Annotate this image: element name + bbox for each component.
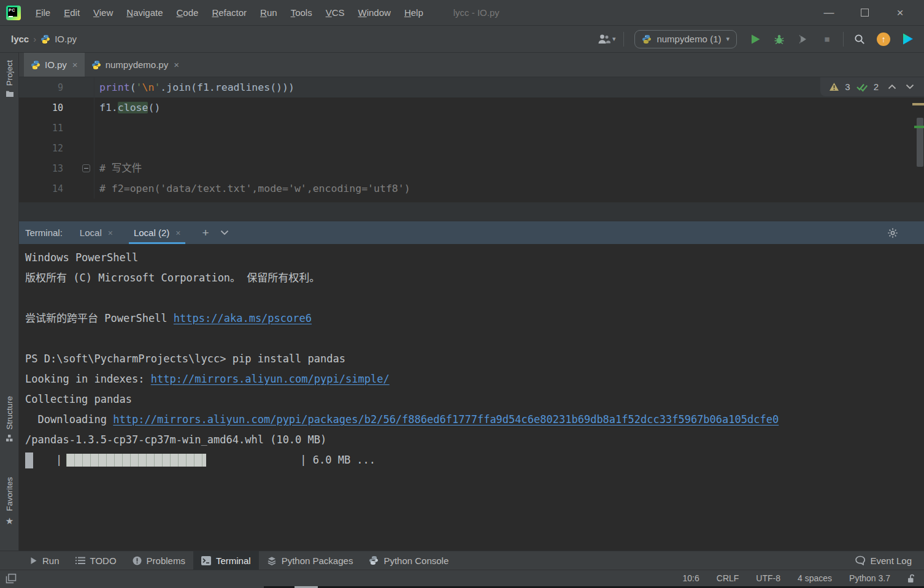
terminal-prompt-line: PS D:\soft\PycharmProjects\lycc> pip ins… bbox=[25, 349, 924, 369]
readonly-toggle[interactable] bbox=[907, 574, 915, 583]
python-interpreter[interactable]: Python 3.7 bbox=[849, 573, 890, 583]
python-file-icon bbox=[91, 60, 101, 70]
line-number[interactable]: 11 bbox=[19, 123, 94, 134]
button-label: Run bbox=[42, 556, 60, 566]
terminal-tab-local-2[interactable]: Local (2) × bbox=[129, 221, 186, 244]
package-download-link[interactable]: http://mirrors.aliyun.com/pypi/packages/… bbox=[113, 413, 779, 426]
indent-style[interactable]: 4 spaces bbox=[798, 573, 832, 583]
breadcrumb-project[interactable]: lycc bbox=[11, 34, 29, 44]
terminal-header: Terminal: Local × Local (2) × + bbox=[19, 221, 924, 244]
minimize-button[interactable]: — bbox=[811, 1, 847, 25]
new-terminal-session-button[interactable]: + bbox=[196, 221, 214, 244]
identifier-highlight: close bbox=[118, 102, 148, 113]
line-number[interactable]: 14 bbox=[19, 183, 94, 194]
editor-scrollbar-thumb[interactable] bbox=[917, 118, 923, 167]
caret-position[interactable]: 10:6 bbox=[683, 573, 699, 583]
run-configuration-label: numpydemo (1) bbox=[656, 34, 721, 44]
line-ending[interactable]: CRLF bbox=[717, 573, 739, 583]
previous-problem-button[interactable] bbox=[888, 84, 896, 90]
code-line-13: 13 # 写文件 bbox=[19, 158, 924, 178]
terminal-settings-button[interactable] bbox=[887, 227, 898, 239]
pypi-index-link[interactable]: http://mirrors.aliyun.com/pypi/simple/ bbox=[151, 373, 390, 385]
tool-window-button-event-log[interactable]: Event Log bbox=[842, 551, 924, 570]
stop-button: ■ bbox=[819, 31, 835, 47]
unlock-icon bbox=[907, 574, 915, 583]
progress-bar-open: | bbox=[56, 450, 62, 470]
editor-tab-numpydemo-py[interactable]: numpydemo.py × bbox=[85, 53, 186, 77]
menu-file[interactable]: File bbox=[29, 4, 57, 21]
tool-window-button-structure[interactable]: Structure bbox=[0, 396, 19, 442]
pycharm-logo-icon: PC bbox=[6, 6, 21, 20]
terminal-dropdown-button[interactable] bbox=[215, 221, 234, 244]
menu-window[interactable]: Window bbox=[352, 4, 398, 21]
scrollbar-warning-mark[interactable] bbox=[912, 103, 924, 105]
editor-tab-io-py[interactable]: IO.py × bbox=[24, 53, 85, 77]
tool-window-button-python-console[interactable]: Python Console bbox=[361, 551, 456, 570]
close-icon[interactable]: × bbox=[174, 59, 179, 70]
problems-icon bbox=[133, 556, 142, 565]
update-notification-button[interactable]: ↑ bbox=[876, 31, 891, 47]
close-icon[interactable]: × bbox=[108, 228, 113, 238]
menu-view[interactable]: View bbox=[87, 4, 120, 21]
terminal-tab-local[interactable]: Local × bbox=[75, 221, 118, 244]
line-number[interactable]: 10 bbox=[19, 102, 94, 113]
menu-run[interactable]: Run bbox=[253, 4, 284, 21]
run-button[interactable] bbox=[747, 31, 763, 47]
tool-window-button-project[interactable]: Project bbox=[0, 60, 19, 97]
search-icon bbox=[853, 33, 866, 45]
debug-button[interactable] bbox=[771, 31, 787, 47]
close-icon[interactable]: × bbox=[175, 228, 180, 238]
menu-refactor[interactable]: Refactor bbox=[205, 4, 253, 21]
line-number[interactable]: 9 bbox=[19, 82, 94, 93]
line-number[interactable]: 12 bbox=[19, 143, 94, 154]
ide-features-button[interactable] bbox=[899, 31, 915, 47]
terminal-cursor-block bbox=[25, 452, 33, 468]
pip-progress-size: | 6.0 MB ... bbox=[300, 450, 375, 470]
editor-tab-bar: IO.py × numpydemo.py × bbox=[19, 53, 924, 77]
inspections-widget[interactable]: 3 2 bbox=[820, 77, 924, 96]
terminal-output[interactable]: Windows PowerShell 版权所有 (C) Microsoft Co… bbox=[19, 244, 924, 551]
editor-scroll-track bbox=[19, 202, 924, 221]
menu-code[interactable]: Code bbox=[170, 4, 206, 21]
terminal-line: Collecting pandas bbox=[25, 389, 924, 410]
terminal-blank-line bbox=[25, 288, 924, 308]
tool-window-button-favorites[interactable]: Favorites ★ bbox=[0, 477, 19, 527]
warning-count: 3 bbox=[845, 82, 850, 92]
next-problem-button[interactable] bbox=[906, 84, 914, 90]
code-editor[interactable]: 9 print('\n'.join(f1.readlines())) 10 f1… bbox=[19, 77, 924, 221]
event-log-icon bbox=[855, 556, 865, 565]
warning-icon bbox=[829, 82, 839, 91]
user-account-button[interactable]: ▾ bbox=[597, 33, 616, 45]
tool-window-button-problems[interactable]: Problems bbox=[125, 551, 193, 570]
menu-navigate[interactable]: Navigate bbox=[120, 4, 169, 21]
navigation-bar: lycc › IO.py ▾ numpydemo (1) ▾ ■ ↑ bbox=[0, 26, 924, 53]
run-configuration-select[interactable]: numpydemo (1) ▾ bbox=[634, 30, 737, 48]
search-everywhere-button[interactable] bbox=[852, 31, 868, 47]
window-title: lycc - IO.py bbox=[453, 7, 499, 18]
run-with-coverage-button[interactable] bbox=[795, 31, 811, 47]
menu-edit[interactable]: Edit bbox=[57, 4, 87, 21]
tool-window-button-run[interactable]: Run bbox=[22, 551, 67, 570]
code-line-9: 9 print('\n'.join(f1.readlines())) bbox=[19, 77, 924, 97]
close-icon[interactable]: × bbox=[72, 59, 78, 70]
tool-window-button-todo[interactable]: TODO bbox=[67, 551, 125, 570]
menu-help[interactable]: Help bbox=[398, 4, 430, 21]
scrollbar-ok-mark[interactable] bbox=[914, 126, 924, 128]
code-text: print('\n'.join(f1.readlines())) bbox=[94, 77, 924, 97]
menu-tools[interactable]: Tools bbox=[284, 4, 319, 21]
file-encoding[interactable]: UTF-8 bbox=[756, 573, 780, 583]
breadcrumb-separator-icon: › bbox=[33, 34, 36, 44]
python-file-icon bbox=[40, 34, 50, 44]
tool-window-button-terminal[interactable]: Terminal bbox=[193, 551, 259, 570]
tool-window-button-python-packages[interactable]: Python Packages bbox=[259, 551, 361, 570]
terminal-line: Looking in indexes: http://mirrors.aliyu… bbox=[25, 369, 924, 389]
fold-region-icon[interactable] bbox=[82, 164, 90, 172]
button-label: Python Console bbox=[383, 556, 449, 566]
menu-vcs[interactable]: VCS bbox=[319, 4, 352, 21]
close-button[interactable]: × bbox=[882, 1, 918, 25]
tool-window-switcher-button[interactable] bbox=[6, 573, 17, 584]
breadcrumb-file[interactable]: IO.py bbox=[55, 34, 77, 44]
maximize-button[interactable] bbox=[847, 1, 882, 25]
pscore6-link[interactable]: https://aka.ms/pscore6 bbox=[174, 312, 312, 324]
terminal-line: 版权所有 (C) Microsoft Corporation。 保留所有权利。 bbox=[25, 268, 924, 288]
